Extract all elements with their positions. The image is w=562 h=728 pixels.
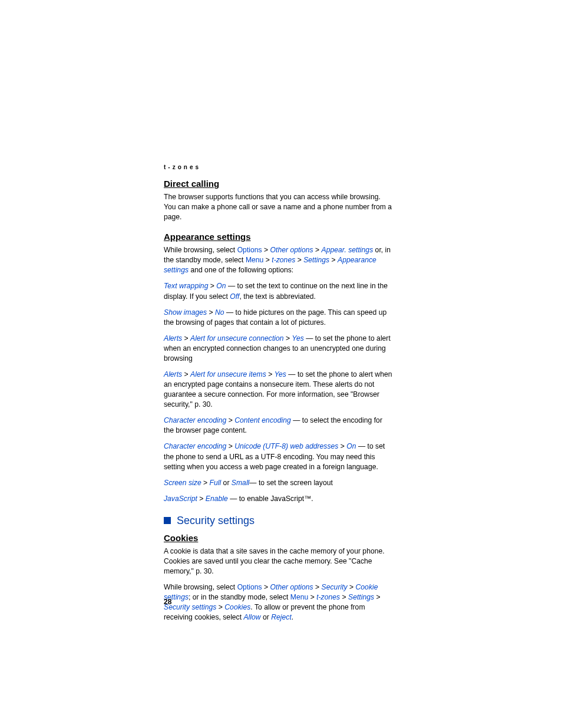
text: While browsing, select <box>164 246 237 254</box>
text: , the text is abbreviated. <box>240 292 316 301</box>
text: or <box>261 613 272 621</box>
text: . <box>292 613 293 621</box>
link-alerts[interactable]: Alerts <box>164 334 182 342</box>
text: > <box>197 495 206 503</box>
link-off[interactable]: Off <box>230 292 239 301</box>
link-alerts[interactable]: Alerts <box>164 370 182 378</box>
link-options[interactable]: Options <box>237 246 262 254</box>
text: > <box>216 603 224 611</box>
link-unicode-web-addresses[interactable]: Unicode (UTF-8) web addresses <box>234 442 338 450</box>
link-yes[interactable]: Yes <box>275 370 286 378</box>
section-cookies: Cookies A cookie is data that a site sav… <box>164 533 394 623</box>
link-alert-unsecure-connection[interactable]: Alert for unsecure connection <box>190 334 284 342</box>
text: > <box>266 370 275 378</box>
square-bullet-icon <box>164 517 171 524</box>
option-char-encoding-utf8: Character encoding > Unicode (UTF-8) web… <box>164 442 394 472</box>
link-settings[interactable]: Settings <box>303 256 329 264</box>
link-tzones[interactable]: t-zones <box>316 593 340 601</box>
heading-appearance: Appearance settings <box>164 232 394 242</box>
text: > <box>263 256 272 264</box>
link-options[interactable]: Options <box>237 583 262 591</box>
text: > <box>308 593 316 601</box>
link-small[interactable]: Small <box>232 479 249 487</box>
section-appearance: Appearance settings While browsing, sele… <box>164 232 394 504</box>
text: > <box>313 583 322 591</box>
text: > <box>313 246 322 254</box>
link-other-options[interactable]: Other options <box>270 583 313 591</box>
text: > <box>295 256 303 264</box>
link-menu[interactable]: Menu <box>290 593 309 601</box>
option-show-images: Show images > No — to hide pictures on t… <box>164 308 394 328</box>
text: > <box>226 416 234 424</box>
link-tzones[interactable]: t-zones <box>272 256 295 264</box>
text: > <box>262 246 270 254</box>
option-screen-size: Screen size > Full or Small— to set the … <box>164 478 394 488</box>
text: — to set the screen layout <box>249 479 333 487</box>
link-security[interactable]: Security <box>322 583 348 591</box>
page-header: t-zones <box>164 164 394 170</box>
text: and one of the following options: <box>189 266 293 274</box>
link-allow[interactable]: Allow <box>243 613 260 621</box>
link-on[interactable]: On <box>216 282 226 290</box>
page-number: 28 <box>164 598 171 606</box>
direct-calling-body: The browser supports functions that you … <box>164 192 394 222</box>
link-on[interactable]: On <box>346 442 356 450</box>
text: ; or in the standby mode, select <box>189 593 290 601</box>
text: > <box>262 583 270 591</box>
link-reject[interactable]: Reject <box>271 613 292 621</box>
option-char-encoding-content: Character encoding > Content encoding — … <box>164 416 394 436</box>
text: > <box>338 442 346 450</box>
option-alerts-connection: Alerts > Alert for unsecure connection >… <box>164 334 394 364</box>
cookies-path: While browsing, select Options > Other o… <box>164 582 394 622</box>
text: While browsing, select <box>164 583 237 591</box>
link-enable[interactable]: Enable <box>206 495 228 503</box>
option-alerts-items: Alerts > Alert for unsecure items > Yes … <box>164 370 394 410</box>
link-appear-settings[interactable]: Appear. settings <box>322 246 373 254</box>
link-show-images[interactable]: Show images <box>164 308 207 317</box>
link-cookies[interactable]: Cookies <box>224 603 250 611</box>
link-other-options[interactable]: Other options <box>270 246 313 254</box>
text: > <box>284 334 292 342</box>
section-header-security: Security settings <box>164 515 394 527</box>
text: > <box>374 593 381 601</box>
text: > <box>182 370 190 378</box>
link-content-encoding[interactable]: Content encoding <box>234 416 291 424</box>
link-menu[interactable]: Menu <box>246 256 264 264</box>
text: > <box>207 308 215 317</box>
text: — to enable JavaScript™. <box>228 495 313 503</box>
link-no[interactable]: No <box>215 308 224 317</box>
link-text-wrapping[interactable]: Text wrapping <box>164 282 208 290</box>
text: > <box>182 334 190 342</box>
link-javascript[interactable]: JavaScript <box>164 495 197 503</box>
manual-page: t-zones Direct calling The browser suppo… <box>0 0 562 728</box>
section-direct-calling: Direct calling The browser supports func… <box>164 179 394 222</box>
text: > <box>208 282 216 290</box>
text: > <box>340 593 348 601</box>
link-character-encoding[interactable]: Character encoding <box>164 416 226 424</box>
cookies-intro: A cookie is data that a site saves in th… <box>164 546 394 577</box>
appearance-intro: While browsing, select Options > Other o… <box>164 245 394 275</box>
heading-cookies: Cookies <box>164 533 394 543</box>
heading-security-settings: Security settings <box>177 515 254 527</box>
link-screen-size[interactable]: Screen size <box>164 479 201 487</box>
link-settings[interactable]: Settings <box>348 593 374 601</box>
heading-direct-calling: Direct calling <box>164 179 394 189</box>
link-yes[interactable]: Yes <box>292 334 303 342</box>
text: or <box>221 479 232 487</box>
option-text-wrapping: Text wrapping > On — to set the text to … <box>164 281 394 301</box>
text: > <box>201 479 210 487</box>
link-security-settings[interactable]: Security settings <box>164 603 216 611</box>
link-full[interactable]: Full <box>210 479 222 487</box>
text: > <box>226 442 234 450</box>
text: > <box>348 583 356 591</box>
option-javascript: JavaScript > Enable — to enable JavaScri… <box>164 494 394 504</box>
text: > <box>329 256 338 264</box>
link-character-encoding[interactable]: Character encoding <box>164 442 226 450</box>
link-alert-unsecure-items[interactable]: Alert for unsecure items <box>190 370 266 378</box>
